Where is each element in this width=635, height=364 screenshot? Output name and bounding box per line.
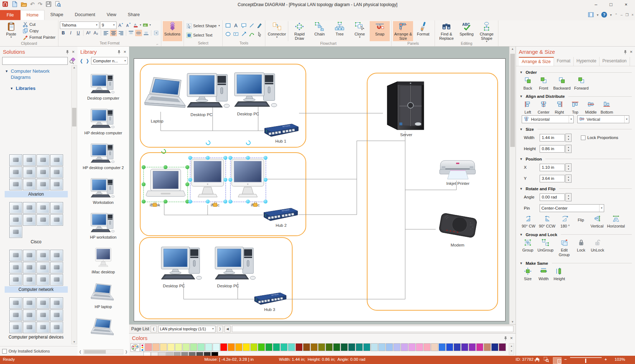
order-back-button[interactable]: Back (522, 77, 534, 90)
library-thumbnail[interactable] (37, 154, 49, 166)
selection-handle[interactable] (142, 200, 146, 203)
color-swatch[interactable] (228, 343, 235, 351)
make-same-height-button[interactable]: Height (553, 268, 565, 281)
selection-handle[interactable] (206, 156, 210, 160)
y-input[interactable]: 3.64 in (540, 175, 565, 182)
panel-tab-format[interactable]: Format (554, 57, 574, 66)
color-swatch[interactable] (205, 343, 212, 351)
print-preview-icon[interactable] (55, 1, 61, 7)
library-thumbnail[interactable] (9, 179, 22, 190)
angle-input[interactable]: 0.00 rad (540, 193, 565, 201)
color-swatch[interactable] (401, 343, 408, 351)
align-left-icon[interactable] (103, 30, 109, 36)
tree-button[interactable]: Tree (330, 21, 350, 41)
text-format-dialog-launcher[interactable]: ⌐ (157, 42, 160, 46)
selection-handle[interactable] (246, 200, 250, 203)
library-item[interactable] (77, 316, 129, 346)
pen-tool-icon[interactable] (256, 21, 264, 30)
solutions-scrollbar[interactable]: ▲▼ (71, 65, 77, 344)
color-swatch[interactable] (190, 343, 197, 351)
zoom-in-icon[interactable]: + (605, 357, 607, 361)
panel-layout-icon[interactable] (588, 12, 594, 18)
align-left-button[interactable]: Left (522, 101, 534, 114)
expand-icon[interactable]: ▼ (5, 70, 8, 74)
redo-icon[interactable]: ↷ (38, 1, 43, 7)
align-middle-button[interactable]: Middle (585, 101, 597, 114)
library-thumbnail[interactable] (23, 202, 36, 214)
order-front-button[interactable]: Front (537, 77, 550, 90)
font-size-select[interactable]: 9▾ (100, 21, 117, 29)
color-swatch[interactable] (326, 343, 333, 351)
library-hscrollbar[interactable] (83, 349, 124, 354)
paste-button[interactable]: Paste ▾ (1, 21, 21, 41)
library-group-label[interactable]: Cisco (5, 239, 68, 245)
curve-tool-icon[interactable] (248, 30, 256, 38)
color-swatch[interactable] (333, 343, 340, 351)
arrange-size-button[interactable]: Arrange & Size (393, 21, 413, 41)
selection-handle[interactable] (223, 178, 227, 182)
library-thumbnail[interactable] (23, 322, 36, 333)
zoom-out-icon[interactable]: − (564, 357, 567, 361)
edit-group-button[interactable]: Edit Group (557, 239, 572, 257)
doc-minimize-icon[interactable]: – (621, 13, 623, 17)
canvas-hscrollbar[interactable] (232, 326, 513, 332)
find-replace-button[interactable]: Find & Replace (436, 21, 456, 41)
minimize-button[interactable]: – (588, 1, 603, 9)
ellipse-tool-icon[interactable] (224, 30, 232, 38)
tab-shape[interactable]: Shape (44, 10, 69, 20)
library-thumbnail[interactable] (23, 179, 36, 190)
selection-handle[interactable] (228, 156, 232, 160)
library-thumbnail[interactable] (9, 262, 22, 273)
color-swatch[interactable] (469, 343, 476, 351)
color-swatch[interactable] (265, 343, 273, 351)
rapid-draw-button[interactable]: Rapid Draw (289, 21, 309, 41)
color-swatch[interactable] (318, 343, 325, 351)
color-swatch[interactable] (220, 343, 227, 351)
color-swatch[interactable] (273, 343, 280, 351)
height-stepper[interactable]: ▲▼ (565, 145, 572, 153)
align-right-icon[interactable] (118, 30, 124, 36)
expand-icon[interactable]: ▼ (10, 87, 13, 91)
color-swatch[interactable] (235, 343, 242, 351)
library-thumbnail[interactable] (50, 202, 63, 214)
text-direction-icon[interactable] (153, 30, 160, 36)
flip-horizontal-button[interactable]: Horizontal (607, 215, 625, 229)
canvas-vscrollbar[interactable]: ▲▼ (509, 47, 516, 324)
selection-handle[interactable] (164, 165, 167, 169)
library-group-label[interactable]: Computer network (5, 286, 68, 293)
rotate-90cw-button[interactable]: 90° CW (522, 215, 535, 229)
library-item-workstation[interactable]: Workstation (77, 177, 129, 211)
collapse-ribbon-icon[interactable]: ⌃ (615, 13, 617, 17)
selection-box[interactable] (143, 167, 188, 202)
library-thumbnail[interactable] (50, 154, 63, 166)
text-tool-icon[interactable]: A (232, 21, 240, 30)
color-swatch[interactable] (484, 343, 491, 351)
library-thumbnail[interactable] (50, 179, 63, 190)
selection-handle[interactable] (264, 178, 267, 182)
flip-vertical-button[interactable]: Vertical (591, 215, 603, 229)
color-swatch[interactable] (250, 343, 257, 351)
colors-scrollbar[interactable]: ▲▼ (509, 343, 514, 355)
close-icon[interactable]: × (72, 50, 75, 54)
color-swatch[interactable] (280, 343, 288, 351)
canvas-device-desktop[interactable] (214, 246, 258, 282)
library-thumbnail[interactable] (23, 274, 36, 286)
canvas-device-hub[interactable]: NETGEAR (254, 291, 287, 307)
close-icon[interactable]: × (123, 50, 126, 54)
library-select[interactable]: Computer n... ▾ (91, 57, 128, 64)
library-thumbnail[interactable] (37, 262, 49, 273)
tree-item-libraries[interactable]: ▼ Libraries (5, 86, 73, 92)
rotate-180-button[interactable]: 180 ° (559, 215, 571, 229)
search-solutions-icon[interactable] (69, 58, 75, 64)
library-thumbnail[interactable] (37, 250, 49, 261)
library-thumbnail[interactable] (50, 322, 63, 333)
color-swatch[interactable] (152, 343, 160, 351)
selection-handle[interactable] (228, 178, 232, 182)
selection-handle[interactable] (264, 156, 267, 160)
chain-button[interactable]: Chain (309, 21, 330, 41)
shrink-font-button[interactable]: A (125, 22, 132, 28)
make-same-size-button[interactable]: Size (522, 268, 534, 281)
font-name-select[interactable]: Tahoma▾ (60, 21, 99, 29)
pin-icon[interactable] (117, 49, 121, 54)
solutions-button[interactable]: Solutions (163, 21, 182, 41)
